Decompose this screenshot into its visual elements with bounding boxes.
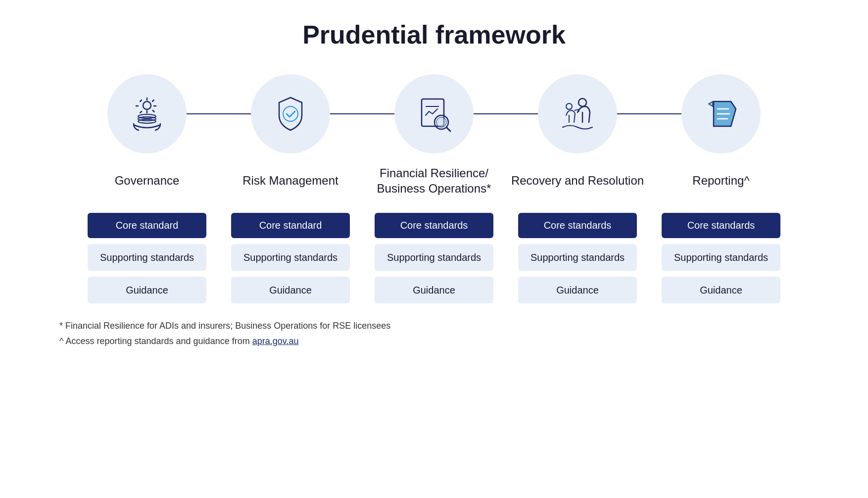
risk-management-guidance-badge[interactable]: Guidance: [231, 277, 350, 303]
reporting-core-badge[interactable]: Core standards: [662, 213, 780, 238]
recovery-resolution-icon: [538, 74, 617, 153]
governance-icon: [107, 74, 187, 153]
pillar-recovery-resolution: Recovery and Resolution Core standards S…: [506, 74, 649, 303]
pillar-risk-management: Risk Management Core standard Supporting…: [219, 74, 362, 303]
governance-title: Governance: [115, 163, 180, 198]
pillar-governance: Governance Core standard Supporting stan…: [75, 74, 219, 303]
svg-point-9: [436, 117, 446, 127]
framework-pillars: Governance Core standard Supporting stan…: [30, 74, 838, 303]
recovery-resolution-supporting-badge[interactable]: Supporting standards: [518, 244, 637, 271]
financial-resilience-title: Financial Resilience/ Business Operation…: [362, 163, 506, 198]
svg-point-4: [283, 106, 298, 121]
footnote-1: * Financial Resilience for ADIs and insu…: [59, 318, 838, 334]
svg-point-10: [579, 99, 586, 106]
reporting-title: Reporting^: [692, 163, 749, 198]
pillar-reporting: Reporting^ Core standards Supporting sta…: [649, 74, 793, 303]
svg-line-8: [446, 127, 450, 131]
governance-supporting-badge[interactable]: Supporting standards: [88, 244, 206, 271]
risk-management-title: Risk Management: [242, 163, 338, 198]
recovery-resolution-core-badge[interactable]: Core standards: [518, 213, 637, 238]
footnote-2: ^ Access reporting standards and guidanc…: [59, 334, 838, 349]
financial-resilience-supporting-badge[interactable]: Supporting standards: [375, 244, 493, 271]
footnotes-section: * Financial Resilience for ADIs and insu…: [30, 318, 838, 349]
financial-resilience-icon: [394, 74, 474, 153]
reporting-badges: Core standards Supporting standards Guid…: [662, 213, 780, 303]
svg-point-0: [143, 101, 151, 109]
governance-core-badge[interactable]: Core standard: [88, 213, 206, 238]
governance-badges: Core standard Supporting standards Guida…: [88, 213, 206, 303]
financial-resilience-guidance-badge[interactable]: Guidance: [375, 277, 493, 303]
reporting-icon: [681, 74, 761, 153]
governance-guidance-badge[interactable]: Guidance: [88, 277, 206, 303]
financial-resilience-badges: Core standards Supporting standards Guid…: [375, 213, 493, 303]
svg-point-11: [566, 103, 572, 109]
recovery-resolution-guidance-badge[interactable]: Guidance: [518, 277, 637, 303]
risk-management-badges: Core standard Supporting standards Guida…: [231, 213, 350, 303]
financial-resilience-core-badge[interactable]: Core standards: [375, 213, 493, 238]
risk-management-core-badge[interactable]: Core standard: [231, 213, 350, 238]
page-title: Prudential framework: [302, 20, 566, 50]
risk-management-icon: [251, 74, 330, 153]
recovery-resolution-title: Recovery and Resolution: [511, 163, 644, 198]
risk-management-supporting-badge[interactable]: Supporting standards: [231, 244, 350, 271]
reporting-supporting-badge[interactable]: Supporting standards: [662, 244, 780, 271]
reporting-guidance-badge[interactable]: Guidance: [662, 277, 780, 303]
apra-link[interactable]: apra.gov.au: [252, 336, 299, 346]
recovery-resolution-badges: Core standards Supporting standards Guid…: [518, 213, 637, 303]
pillar-financial-resilience: Financial Resilience/ Business Operation…: [362, 74, 506, 303]
